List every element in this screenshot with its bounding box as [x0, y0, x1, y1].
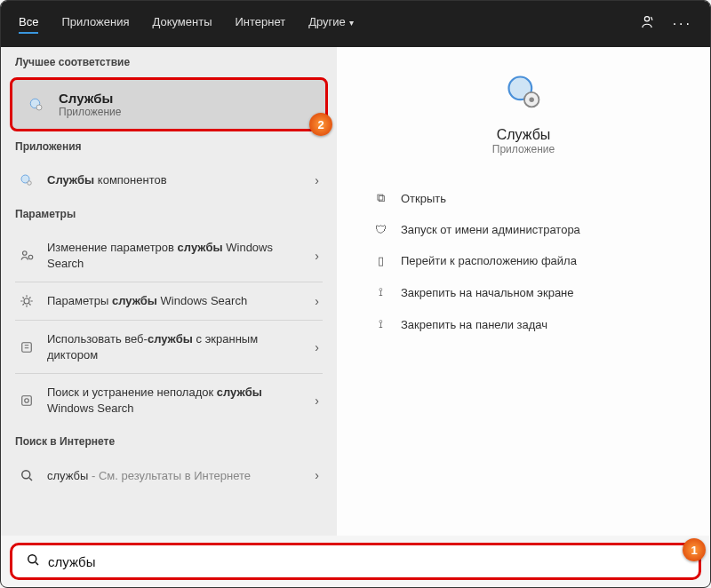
more-icon[interactable]: ···: [673, 16, 692, 32]
gear-icon: [19, 293, 35, 309]
best-match-item[interactable]: Службы Приложение 2: [10, 77, 328, 131]
svg-point-11: [22, 471, 30, 479]
tab-web[interactable]: Интернет: [235, 15, 285, 34]
svg-point-15: [28, 554, 36, 562]
chevron-down-icon: ▾: [349, 18, 354, 28]
tab-more[interactable]: Другие▾: [308, 15, 354, 34]
tab-documents[interactable]: Документы: [152, 15, 212, 34]
chevron-right-icon: ›: [315, 294, 319, 308]
preview-panel: Службы Приложение ⧉Открыть 🛡Запуск от им…: [337, 47, 710, 536]
narrator-icon: [19, 339, 35, 355]
chevron-right-icon: ›: [315, 468, 319, 482]
best-match-subtitle: Приложение: [59, 106, 121, 118]
action-open-location[interactable]: ▯Перейти к расположению файла: [372, 245, 675, 276]
admin-icon: 🛡: [372, 223, 388, 236]
result-search-settings[interactable]: Параметры службы Windows Search ›: [1, 282, 337, 320]
top-bar: Все Приложения Документы Интернет Другие…: [1, 1, 710, 47]
results-panel: Лучшее соответствие Службы Приложение 2 …: [1, 47, 337, 536]
svg-rect-8: [22, 342, 32, 352]
annotation-badge-2: 2: [309, 113, 332, 136]
action-open[interactable]: ⧉Открыть: [372, 182, 675, 214]
result-change-search-settings[interactable]: Изменение параметров службы Windows Sear…: [1, 229, 337, 282]
component-services-icon: [19, 172, 35, 188]
preview-title: Службы: [372, 127, 675, 143]
best-match-label: Лучшее соответствие: [1, 47, 337, 77]
result-component-services[interactable]: Службы компонентов ›: [1, 162, 337, 199]
web-results-label: Поиск в Интернете: [1, 426, 337, 457]
action-pin-taskbar[interactable]: ⟟Закрепить на панели задач: [372, 308, 675, 340]
chevron-right-icon: ›: [315, 173, 319, 187]
svg-point-6: [28, 255, 33, 259]
search-icon: [25, 552, 41, 572]
svg-rect-9: [22, 395, 32, 405]
tab-apps[interactable]: Приложения: [61, 15, 129, 34]
result-narrator-web[interactable]: Использовать веб-службы с экранным дикто…: [1, 321, 337, 373]
svg-point-10: [25, 398, 29, 402]
preview-subtitle: Приложение: [372, 143, 675, 155]
chevron-right-icon: ›: [315, 340, 319, 354]
apps-label: Приложения: [1, 131, 337, 162]
services-icon: [27, 95, 46, 115]
action-run-admin[interactable]: 🛡Запуск от имени администратора: [372, 214, 675, 245]
chevron-right-icon: ›: [315, 393, 319, 408]
tab-all[interactable]: Все: [19, 15, 38, 34]
search-bar[interactable]: 1: [10, 543, 701, 580]
action-pin-start[interactable]: ⟟Закрепить на начальном экране: [372, 276, 675, 308]
search-web-icon: [19, 467, 35, 483]
best-match-title: Службы: [59, 91, 121, 106]
svg-point-14: [529, 97, 534, 102]
pin-taskbar-icon: ⟟: [372, 317, 388, 331]
open-icon: ⧉: [372, 191, 388, 205]
result-web-search[interactable]: службы - См. результаты в Интернете ›: [1, 457, 337, 494]
svg-point-2: [36, 105, 42, 110]
gear-user-icon: [19, 248, 35, 264]
pin-start-icon: ⟟: [372, 285, 388, 299]
svg-point-4: [28, 181, 32, 186]
result-troubleshoot-search[interactable]: Поиск и устранение неполадок службы Wind…: [1, 374, 337, 426]
feedback-icon[interactable]: [639, 14, 655, 34]
chevron-right-icon: ›: [315, 249, 319, 263]
svg-point-7: [24, 298, 29, 304]
svg-point-5: [23, 250, 28, 255]
annotation-badge-1: 1: [683, 538, 706, 561]
troubleshoot-icon: [19, 393, 35, 409]
hero-services-icon: [372, 72, 675, 115]
settings-label: Параметры: [1, 199, 337, 229]
folder-icon: ▯: [372, 254, 388, 267]
svg-point-0: [644, 17, 649, 21]
search-input[interactable]: [48, 554, 686, 569]
